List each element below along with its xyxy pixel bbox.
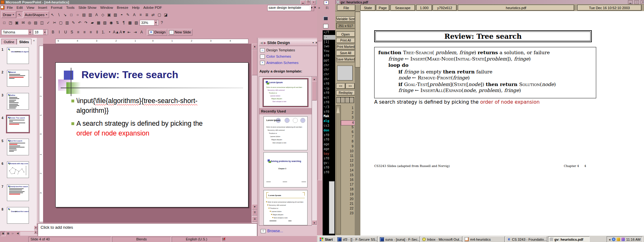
tables-borders-icon[interactable]: ▧ [102, 20, 108, 26]
taskbar-item-m4-heuristics[interactable]: m4-heuristics [463, 236, 505, 242]
insert-table-icon[interactable]: ▦ [96, 20, 102, 26]
format-painter-icon[interactable]: ✎ [70, 20, 76, 26]
line-color-icon[interactable]: ✎ [125, 12, 131, 18]
numbered-list-icon[interactable]: 1. [100, 29, 106, 35]
back-icon[interactable]: ◀ [260, 41, 263, 44]
slide-vertical-scrollbar[interactable]: ▲ ▼ ⇈ ⇊ [252, 44, 257, 223]
menu-breeze[interactable]: Breeze [115, 5, 130, 10]
close-button[interactable]: × [311, 0, 316, 4]
shadow-style-icon[interactable]: ▢ [156, 12, 162, 18]
grid-icon[interactable]: ▩ [127, 20, 133, 26]
line-icon[interactable]: ∖ [56, 12, 62, 18]
nav-animation-schemes[interactable]: ✦ Animation Schemes [260, 60, 298, 66]
select-arrow-icon[interactable]: ↖ [49, 12, 55, 18]
gv-page-number-15[interactable]: 15 [341, 173, 355, 177]
new-slide-button[interactable]: ＋New Slide [168, 29, 193, 36]
gv-page-number-19[interactable]: 19 [341, 192, 355, 197]
gv-page-number-5[interactable]: 5 [341, 125, 355, 130]
gv-page-number-14[interactable]: 14 [341, 168, 355, 173]
font-name-combo[interactable]: Tahoma▼ [1, 29, 33, 35]
taskbar-item-suna-suna-f-sec[interactable]: suna - [suna] - F-Sec... [378, 236, 420, 242]
menu-window[interactable]: Window [98, 5, 115, 10]
menu-help[interactable]: Help [130, 5, 142, 10]
slide-bullet-strategy[interactable]: A search strategy is defined by picking … [76, 119, 234, 138]
gv-page-button[interactable]: Page [376, 5, 389, 11]
template-thumbnail-circles[interactable]: Dolor sit amet consectetuer adipiscing e… [264, 116, 308, 150]
gv-locator-box[interactable] [337, 66, 353, 81]
gv-page-scrollbar[interactable] [336, 105, 341, 234]
tray-agent-icon[interactable] [621, 238, 625, 241]
gv-page-scroll-marker[interactable] [336, 106, 340, 113]
word-art-icon[interactable]: A [93, 12, 99, 18]
gv-toggle-marks-3[interactable] [345, 97, 350, 103]
normal-view-button[interactable]: ▣ [1, 231, 6, 236]
line-spacing-icon[interactable]: ⇕ [94, 29, 100, 35]
gv-scrollbar-slider[interactable] [355, 12, 360, 67]
decrease-indent-icon[interactable]: ⇤ [126, 29, 132, 35]
open-folder-icon[interactable]: ◳ [8, 20, 14, 26]
gv-page-number-1[interactable]: 1 [341, 106, 355, 110]
gv-page-number-7[interactable]: 7 [341, 135, 355, 139]
new-document-icon[interactable]: □ [1, 20, 7, 26]
slide-title[interactable]: Review: Tree search [81, 69, 245, 81]
save-icon[interactable]: ▣ [14, 20, 20, 26]
redo-icon[interactable]: ↷ [83, 20, 89, 26]
gv-page-number-8[interactable]: 8 [341, 139, 355, 144]
question-box-dropdown[interactable]: ▼ [309, 5, 314, 11]
email-icon[interactable]: ✉ [20, 20, 26, 26]
gv-orientation-button[interactable]: Seascape [391, 5, 415, 11]
spelling-icon[interactable]: ✓ [45, 20, 51, 26]
font-color-icon[interactable]: A [139, 29, 145, 35]
scroll-up-icon[interactable]: ▲ [252, 44, 258, 49]
template-thumbnail-brackets[interactable]: Dolor sit amet consectetuer adipiscing e… [264, 190, 308, 225]
slideshow-view-button[interactable]: ▻ [11, 232, 15, 236]
next-slide-icon[interactable]: ⇊ [252, 216, 258, 222]
align-center-icon[interactable]: ≡ [81, 29, 87, 35]
increase-font-icon[interactable]: A▲ [113, 29, 119, 35]
zoom-combo[interactable]: 33%▼ [140, 20, 158, 26]
gv-toggle-marks-1[interactable] [336, 97, 341, 103]
gv-state-button[interactable]: State [360, 5, 375, 11]
print-icon[interactable]: ▤ [33, 20, 39, 26]
underline-icon[interactable]: U [63, 29, 69, 35]
decrease-font-icon[interactable]: A▼ [119, 29, 126, 35]
gv-page-number-22[interactable]: 22 [341, 206, 355, 211]
italic-icon[interactable]: I [56, 29, 62, 35]
gv-scale-button[interactable]: 1.000 [416, 5, 432, 11]
align-left-icon[interactable]: ≡ [75, 29, 81, 35]
gv-close-button[interactable]: × [641, 0, 644, 4]
pane-scrollbar-thumb[interactable] [312, 81, 317, 101]
copy-icon[interactable]: ▢ [58, 20, 64, 26]
pane-scroll-up-icon[interactable]: ▲ [312, 77, 317, 81]
gv-page-number-10[interactable]: 10 [341, 149, 355, 153]
gv-page-number-6[interactable]: 6 [341, 130, 355, 134]
text-shadow-icon[interactable]: S [69, 29, 75, 35]
gv-prev-page-button[interactable]: << [336, 83, 345, 89]
gv-page-number-20[interactable]: 20 [341, 197, 355, 201]
gv-next-page-button[interactable]: >> [346, 83, 355, 89]
gv-media-button[interactable]: y792x612 [433, 5, 457, 11]
gv-page-number-4[interactable]: 4 [341, 120, 355, 125]
slide-bullet-latex[interactable]: \input{\file{algorithms}{tree-search-sho… [76, 96, 234, 116]
draw-menu-button[interactable]: Draw▼ [1, 11, 16, 18]
bullet-list-icon[interactable]: • [107, 29, 113, 35]
slide-thumbnail-4[interactable]: 4Review: Tree search [0, 116, 37, 135]
gv-page-number-21[interactable]: 21 [341, 202, 355, 206]
line-style-icon[interactable]: ≡ [137, 12, 143, 18]
align-right-icon[interactable]: ≡ [88, 29, 94, 35]
bold-icon[interactable]: B [50, 29, 56, 35]
previous-slide-icon[interactable]: ⇈ [252, 210, 258, 216]
insert-chart-icon[interactable]: ▰ [89, 20, 95, 26]
show-formatting-icon[interactable]: ¶ [121, 20, 127, 26]
nav-color-schemes[interactable]: ∷ Color Schemes [260, 54, 291, 59]
minimize-button[interactable]: ▁ [300, 0, 305, 4]
select-objects-button[interactable]: ↖ [16, 11, 23, 18]
menu-insert[interactable]: Insert [36, 5, 49, 10]
gv-variable-size-button[interactable]: Variable Size [336, 16, 355, 22]
insert-hyperlink-icon[interactable]: ◉ [108, 20, 114, 26]
gv-page-number-17[interactable]: 17 [341, 182, 355, 187]
text-box-icon[interactable]: ▤ [81, 12, 87, 18]
gv-file-button[interactable]: File [337, 5, 355, 11]
slide-thumbnail-3[interactable]: 3Outline [0, 93, 37, 112]
menu-tools[interactable]: Tools [64, 5, 76, 10]
